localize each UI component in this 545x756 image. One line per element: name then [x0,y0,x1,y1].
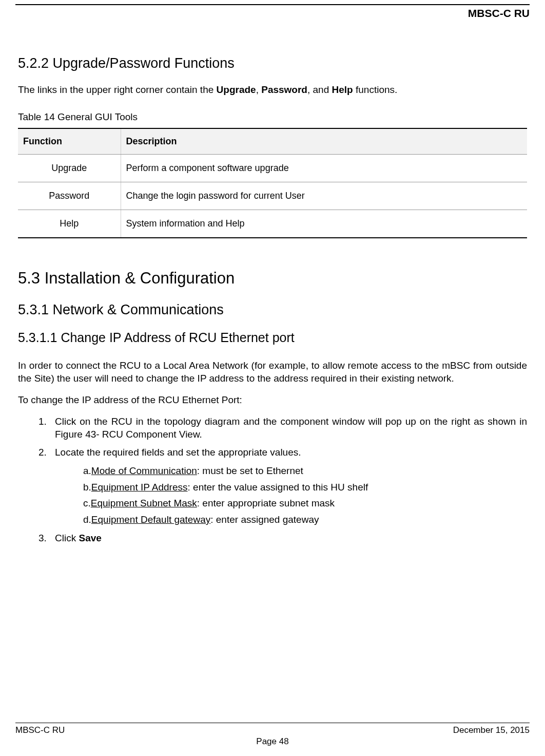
sub-rest: : enter assigned gateway [210,514,319,525]
sub-rest: : must be set to Ethernet [197,465,303,476]
list-item: 1. Click on the RCU in the topology diag… [38,415,527,441]
footer-left: MBSC-C RU [15,725,65,735]
content-area: 5.2.2 Upgrade/Password Functions The lin… [15,55,530,723]
sub-rest: : enter appropriate subnet mask [197,498,335,508]
table14-caption: Table 14 General GUI Tools [18,111,527,123]
list-item: a.Mode of Communication: must be set to … [83,464,527,478]
sub-label: Equipment IP Address [91,482,188,493]
step-text-pre: Click [55,533,79,543]
cell-func: Upgrade [18,155,121,182]
step-text: Click on the RCU in the topology diagram… [55,416,527,440]
sub-rest: : enter the value assigned to this HU sh… [188,482,368,493]
heading-5311: 5.3.1.1 Change IP Address of RCU Etherne… [18,330,527,345]
cell-func: Password [18,182,121,210]
header-title: MBSC-C RU [15,7,530,20]
sub-letter: d. [83,514,91,525]
th-function: Function [18,128,121,155]
sub-letter: c. [83,498,91,508]
heading-522: 5.2.2 Upgrade/Password Functions [18,55,527,71]
intro-pre: The links in the upper right corner cont… [18,84,217,95]
table-row: Password Change the login password for c… [18,182,527,210]
sub-label: Equipment Default gateway [91,514,210,525]
sub-label: Equipment Subnet Mask [91,498,197,508]
step-num: 3. [38,532,47,545]
heading-53: 5.3 Installation & Configuration [18,269,527,288]
footer-row: MBSC-C RU December 15, 2015 [15,725,530,735]
sub-letter: a. [83,465,91,476]
steps-list: 1. Click on the RCU in the topology diag… [18,415,527,544]
list-item: d.Equipment Default gateway: enter assig… [83,513,527,527]
list-item: 2. Locate the required fields and set th… [38,446,527,527]
step-num: 1. [38,415,47,428]
cell-desc: System information and Help [121,210,527,238]
para-5311-2: To change the IP address of the RCU Ethe… [18,394,527,406]
para-5311-1: In order to connect the RCU to a Local A… [18,360,527,385]
intro-bold-help: Help [332,84,353,95]
footer-right: December 15, 2015 [453,725,530,735]
sub-letter: b. [83,482,91,493]
intro-sep2: , and [307,84,332,95]
intro-522: The links in the upper right corner cont… [18,84,527,96]
sub-label: Mode of Communication [91,465,197,476]
footer-center: Page 48 [15,736,530,747]
cell-desc: Perform a component software upgrade [121,155,527,182]
substeps-list: a.Mode of Communication: must be set to … [55,464,527,526]
list-item: c.Equipment Subnet Mask: enter appropria… [83,496,527,511]
intro-sep1: , [256,84,262,95]
step-text-bold: Save [79,533,101,543]
table-row: Upgrade Perform a component software upg… [18,155,527,182]
intro-bold-upgrade: Upgrade [217,84,256,95]
header-rule [15,4,530,5]
intro-post: functions. [353,84,398,95]
cell-func: Help [18,210,121,238]
th-description: Description [121,128,527,155]
step-num: 2. [38,446,47,459]
cell-desc: Change the login password for current Us… [121,182,527,210]
list-item: b.Equipment IP Address: enter the value … [83,480,527,495]
table14: Function Description Upgrade Perform a c… [18,128,527,238]
intro-bold-password: Password [261,84,307,95]
table-row: Help System information and Help [18,210,527,238]
heading-531: 5.3.1 Network & Communications [18,302,527,318]
table-header-row: Function Description [18,128,527,155]
list-item: 3. Click Save [38,532,527,545]
step-text: Locate the required fields and set the a… [55,447,301,458]
footer: MBSC-C RU December 15, 2015 Page 48 [15,723,530,747]
